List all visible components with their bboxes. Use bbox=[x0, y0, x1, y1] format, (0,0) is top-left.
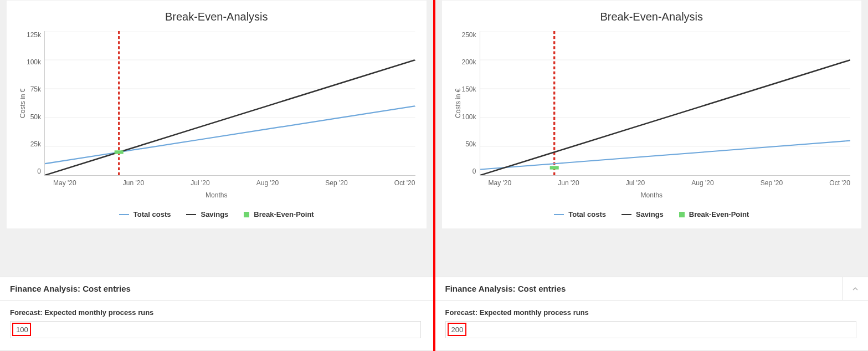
x-tick: May '20 bbox=[53, 179, 76, 187]
chart-card-left: Break-Even-Analysis Costs in € 125k 100k… bbox=[7, 1, 427, 228]
x-axis-label: Months bbox=[453, 191, 851, 199]
y-axis-ticks: 125k 100k 75k 50k 25k 0 bbox=[27, 31, 44, 175]
legend-swatch bbox=[554, 214, 564, 215]
legend-total-costs[interactable]: Total costs bbox=[554, 210, 606, 218]
forecast-label: Forecast: Expected monthly process runs bbox=[10, 308, 423, 317]
y-axis-label: Costs in € bbox=[18, 31, 27, 176]
section-title: Finance Analysis: Cost entries bbox=[445, 284, 566, 293]
y-tick: 100k bbox=[27, 58, 41, 66]
x-tick: Sep '20 bbox=[325, 179, 347, 187]
legend-break-even[interactable]: Break-Even-Point bbox=[244, 210, 314, 218]
legend-break-even[interactable]: Break-Even-Point bbox=[679, 210, 749, 218]
svg-rect-13 bbox=[549, 166, 558, 169]
chart-legend: Total costs Savings Break-Even-Point bbox=[453, 210, 851, 218]
y-tick: 200k bbox=[462, 58, 476, 66]
legend-savings[interactable]: Savings bbox=[622, 210, 664, 218]
chart-title: Break-Even-Analysis bbox=[18, 11, 415, 23]
forecast-input[interactable] bbox=[10, 321, 421, 338]
legend-swatch bbox=[622, 214, 631, 215]
legend-savings[interactable]: Savings bbox=[186, 210, 228, 218]
x-tick: Jun '20 bbox=[558, 179, 579, 187]
x-tick: Aug '20 bbox=[256, 179, 279, 187]
section-header-cost-entries[interactable]: Finance Analysis: Cost entries bbox=[435, 277, 869, 301]
forecast-block: Forecast: Expected monthly process runs bbox=[0, 301, 433, 351]
x-tick: Jun '20 bbox=[123, 179, 144, 187]
y-tick: 150k bbox=[462, 85, 476, 93]
y-tick: 100k bbox=[462, 113, 476, 121]
x-tick: Oct '20 bbox=[829, 179, 850, 187]
legend-swatch bbox=[244, 212, 249, 217]
x-tick: May '20 bbox=[489, 179, 512, 187]
legend-swatch bbox=[119, 214, 129, 215]
y-tick: 0 bbox=[37, 167, 41, 175]
x-tick: Jul '20 bbox=[626, 179, 645, 187]
plot-area[interactable] bbox=[44, 31, 415, 176]
section-header-cost-entries[interactable]: Finance Analysis: Cost entries bbox=[0, 277, 433, 301]
x-tick: Jul '20 bbox=[191, 179, 209, 187]
section-title: Finance Analysis: Cost entries bbox=[10, 284, 131, 293]
x-axis-ticks: May '20 Jun '20 Jul '20 Aug '20 Sep '20 … bbox=[489, 179, 851, 187]
y-tick: 50k bbox=[30, 113, 41, 121]
legend-swatch bbox=[679, 212, 685, 217]
x-axis-label: Months bbox=[18, 191, 415, 199]
y-tick: 75k bbox=[30, 85, 41, 93]
chevron-up-icon[interactable] bbox=[842, 277, 868, 300]
svg-rect-6 bbox=[115, 150, 124, 154]
x-tick: Sep '20 bbox=[761, 179, 783, 187]
forecast-label: Forecast: Expected monthly process runs bbox=[445, 308, 859, 317]
right-pane: Break-Even-Analysis Costs in € 250k 200k… bbox=[435, 0, 869, 351]
x-tick: Oct '20 bbox=[394, 179, 415, 187]
highlight-box bbox=[445, 321, 856, 338]
chart-title: Break-Even-Analysis bbox=[453, 11, 851, 23]
forecast-input[interactable] bbox=[445, 321, 856, 338]
chart-legend: Total costs Savings Break-Even-Point bbox=[18, 210, 415, 218]
chart-card-right: Break-Even-Analysis Costs in € 250k 200k… bbox=[442, 1, 862, 228]
x-tick: Aug '20 bbox=[691, 179, 713, 187]
y-tick: 25k bbox=[30, 140, 41, 148]
highlight-box bbox=[10, 321, 421, 338]
y-axis-label: Costs in € bbox=[453, 31, 462, 176]
legend-swatch bbox=[186, 214, 196, 215]
plot-area[interactable] bbox=[480, 31, 850, 176]
y-tick: 125k bbox=[27, 31, 41, 39]
y-axis-ticks: 250k 200k 150k 100k 50k 0 bbox=[462, 31, 480, 175]
y-tick: 0 bbox=[472, 167, 476, 175]
y-tick: 250k bbox=[462, 31, 476, 39]
y-tick: 50k bbox=[465, 140, 476, 148]
forecast-block: Forecast: Expected monthly process runs bbox=[435, 301, 869, 351]
left-pane: Break-Even-Analysis Costs in € 125k 100k… bbox=[0, 0, 433, 351]
x-axis-ticks: May '20 Jun '20 Jul '20 Aug '20 Sep '20 … bbox=[53, 179, 415, 187]
legend-total-costs[interactable]: Total costs bbox=[119, 210, 171, 218]
